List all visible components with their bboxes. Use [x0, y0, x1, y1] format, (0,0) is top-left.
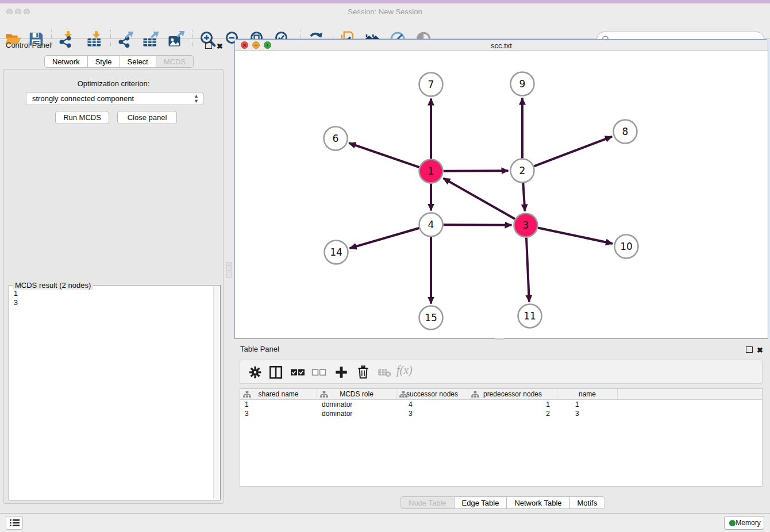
delete-table-icon[interactable]: [377, 365, 392, 380]
export-image-icon[interactable]: [167, 30, 184, 48]
edge-3-1[interactable]: [443, 178, 515, 219]
panel-splitter-handle[interactable]: [226, 262, 232, 278]
column-header-MCDS-role[interactable]: MCDS role: [317, 389, 396, 400]
hierarchy-icon: [243, 391, 251, 398]
add-column-icon[interactable]: [334, 365, 349, 380]
optimization-criterion-value: strongly connected component: [32, 94, 134, 103]
control-panel-float-icon[interactable]: [205, 43, 212, 49]
node-label-1: 1: [428, 165, 434, 177]
mcds-result-value: 3: [14, 298, 18, 307]
table-row[interactable]: 3dominator323: [240, 409, 762, 418]
column-layout-icon[interactable]: [268, 365, 283, 380]
network-resize-grabber[interactable]: [495, 338, 504, 340]
table-cell: 1: [240, 400, 317, 409]
memory-button[interactable]: Memory: [724, 516, 764, 530]
optimization-criterion-label: Optimization criterion:: [4, 79, 223, 88]
import-network-icon[interactable]: [58, 30, 75, 48]
table-cell: 3: [240, 409, 317, 418]
control-panel-title: Control Panel: [6, 41, 51, 49]
edge-4-14[interactable]: [350, 228, 419, 248]
network-canvas-svg: 7968124314101511: [235, 51, 767, 338]
node-label-10: 10: [620, 241, 633, 252]
list-icon: [6, 516, 22, 529]
column-header-label: MCDS role: [340, 390, 374, 398]
node-label-14: 14: [330, 246, 342, 258]
table-panel-float-icon[interactable]: [746, 346, 753, 353]
table-panel-tabs: Node TableEdge TableNetwork TableMotifs: [401, 496, 605, 510]
status-bar: Memory: [0, 513, 770, 532]
column-header-name[interactable]: name: [557, 389, 618, 400]
mcds-result-group: MCDS result (2 nodes) 13: [9, 285, 221, 500]
table-row[interactable]: 1dominator411: [240, 400, 762, 409]
node-label-9: 9: [519, 78, 526, 90]
edge-4-3[interactable]: [443, 225, 511, 225]
control-panel-tabs: NetworkStyleSelectMCDS: [44, 55, 194, 68]
column-header-shared-name[interactable]: shared name: [240, 389, 317, 400]
edge-1-2[interactable]: [443, 171, 508, 171]
node-label-4: 4: [428, 219, 434, 230]
column-header-successor-nodes[interactable]: successor nodes: [396, 389, 468, 400]
table-cell: dominator: [317, 400, 396, 409]
table-toolbar: f(x): [240, 360, 763, 384]
node-label-6: 6: [333, 133, 339, 144]
table-cell: 4: [396, 400, 468, 409]
edge-1-6[interactable]: [349, 143, 419, 167]
network-view-window: ✕ − + scc.txt 7968124314101511: [234, 39, 768, 339]
edge-3-10[interactable]: [538, 228, 613, 243]
node-label-8: 8: [622, 126, 629, 137]
column-header-predecessor-nodes[interactable]: predecessor nodes: [468, 389, 557, 400]
tab-network-table[interactable]: Network Table: [507, 496, 569, 509]
tab-motifs[interactable]: Motifs: [570, 496, 606, 509]
tab-network[interactable]: Network: [44, 55, 88, 68]
delete-column-icon[interactable]: [356, 365, 371, 380]
optimization-criterion-select[interactable]: strongly connected component ▲▼: [26, 92, 203, 105]
toolbar-separator: [51, 30, 52, 48]
column-header-label: predecessor nodes: [483, 390, 542, 398]
node-label-2: 2: [519, 165, 526, 176]
node-table-header: shared nameMCDS rolesuccessor nodesprede…: [240, 389, 762, 400]
node-label-3: 3: [523, 219, 529, 231]
close-panel-button[interactable]: Close panel: [117, 111, 177, 124]
network-window-titlebar[interactable]: ✕ − + scc.txt: [235, 40, 768, 51]
node-table-body: 1dominator4113dominator323: [240, 400, 762, 418]
run-mcds-button[interactable]: Run MCDS: [55, 111, 109, 124]
table-cell: 1: [468, 400, 557, 409]
app-titlebar: Session: New Session: [0, 3, 770, 14]
memory-label: Memory: [736, 519, 760, 527]
tab-style[interactable]: Style: [88, 55, 120, 68]
memory-status-icon: [729, 520, 736, 526]
hierarchy-icon: [399, 391, 407, 398]
table-settings-gear-icon[interactable]: [248, 365, 263, 380]
export-table-icon[interactable]: [142, 30, 159, 48]
table-cell: 3: [557, 409, 618, 418]
tab-edge-table[interactable]: Edge Table: [455, 496, 507, 509]
hierarchy-icon: [320, 391, 328, 398]
column-header-label: shared name: [258, 390, 298, 398]
tab-mcds[interactable]: MCDS: [156, 55, 194, 68]
mcds-panel: Optimization criterion: strongly connect…: [3, 69, 224, 504]
mcds-result-value: 1: [14, 289, 18, 298]
edge-2-8[interactable]: [534, 137, 612, 167]
network-canvas[interactable]: 7968124314101511: [235, 51, 767, 338]
node-label-7: 7: [428, 79, 434, 90]
select-stepper-icon: ▲▼: [194, 94, 199, 104]
control-panel-close-icon[interactable]: ✖: [217, 43, 223, 50]
node-table[interactable]: shared nameMCDS rolesuccessor nodesprede…: [240, 388, 763, 487]
edge-2-3[interactable]: [523, 183, 525, 211]
unselect-all-columns-icon[interactable]: [311, 365, 326, 380]
export-network-icon[interactable]: [117, 30, 134, 48]
table-panel-title: Table Panel: [240, 345, 279, 353]
task-history-button[interactable]: [6, 516, 23, 530]
table-cell: 3: [396, 409, 468, 418]
table-cell: dominator: [317, 409, 396, 418]
tab-select[interactable]: Select: [120, 55, 156, 68]
function-builder-icon[interactable]: f(x): [396, 364, 413, 377]
table-cell: 2: [468, 409, 557, 418]
table-panel-close-icon[interactable]: ✖: [757, 346, 763, 354]
select-all-columns-icon[interactable]: [290, 365, 305, 380]
edge-3-11[interactable]: [526, 237, 529, 302]
tab-node-table[interactable]: Node Table: [401, 496, 455, 509]
import-table-icon[interactable]: [86, 30, 103, 48]
mcds-result-scrollbar[interactable]: [213, 286, 220, 499]
mcds-result-title: MCDS result (2 nodes): [13, 281, 93, 290]
